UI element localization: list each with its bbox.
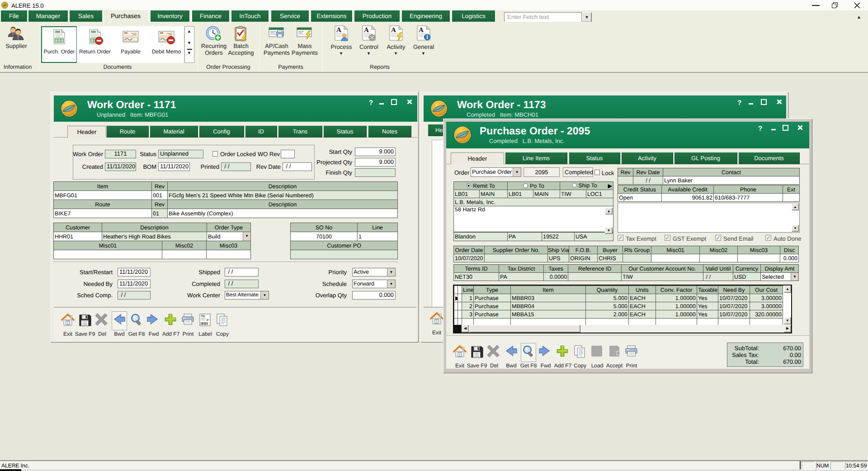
svg-text:TO: TO [201, 315, 205, 318]
svg-text:P: P [207, 319, 209, 322]
svg-text:A: A [419, 27, 424, 34]
svg-text:A: A [364, 27, 369, 34]
svg-text:A: A [391, 27, 396, 34]
svg-text:A: A [336, 27, 341, 34]
